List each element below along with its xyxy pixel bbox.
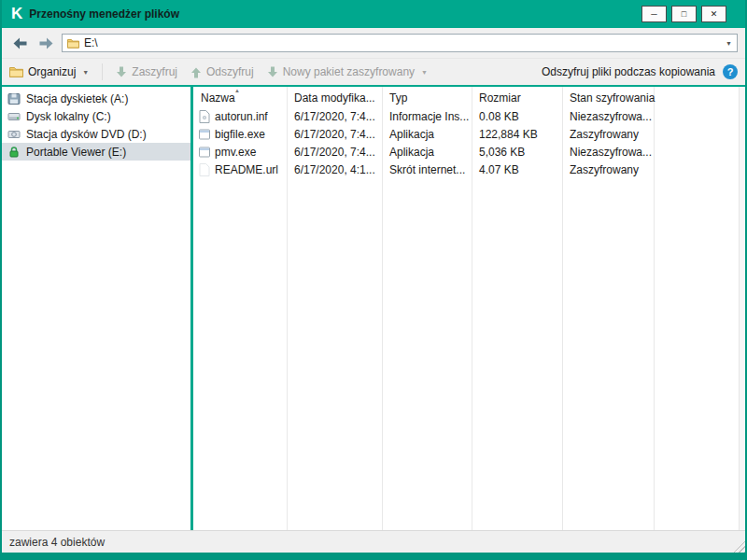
decrypt-on-copy-option[interactable]: Odszyfruj pliki podczas kopiowania <box>542 65 715 78</box>
file-type: Skrót internet... <box>382 161 472 178</box>
toolbar: Organizuj ▼ Zaszyfruj Odszyfruj Nowy pak… <box>2 58 745 85</box>
file-row[interactable]: bigfile.exe 6/17/2020, 7:4... Aplikacja … <box>193 125 739 143</box>
sort-ascending-icon: ▲ <box>234 88 240 93</box>
file-type: Aplikacja <box>382 125 472 143</box>
decrypt-label: Odszyfruj <box>206 65 254 78</box>
back-arrow-icon <box>13 37 27 49</box>
decrypt-button[interactable]: Odszyfruj <box>190 65 254 78</box>
forward-arrow-icon <box>39 37 53 49</box>
column-header-name[interactable]: ▲ Nazwa <box>193 87 287 107</box>
address-bar[interactable]: ▼ <box>62 34 738 52</box>
file-size: 5,036 KB <box>472 143 562 161</box>
address-input[interactable] <box>84 36 721 49</box>
organize-label: Organizuj <box>28 65 76 78</box>
sidebar-item-portable-viewer-e[interactable]: Portable Viewer (E:) <box>2 143 190 161</box>
chevron-down-icon: ▼ <box>421 69 428 76</box>
encrypt-label: Zaszyfruj <box>132 65 177 78</box>
file-name: autorun.inf <box>215 110 268 123</box>
file-row[interactable]: pmv.exe 6/17/2020, 7:4... Aplikacja 5,03… <box>193 143 739 161</box>
file-modified: 6/17/2020, 7:4... <box>287 143 382 161</box>
window-controls: ─ □ ✕ <box>641 6 726 22</box>
floppy-drive-icon <box>7 92 21 105</box>
forward-button[interactable] <box>35 34 56 52</box>
file-row[interactable]: README.url 6/17/2020, 4:1... Skrót inter… <box>193 161 739 178</box>
help-icon[interactable]: ? <box>723 64 738 79</box>
organize-button[interactable]: Organizuj ▼ <box>9 65 89 78</box>
application-file-icon <box>199 128 210 141</box>
sidebar-item-label: Stacja dysków DVD (D:) <box>26 128 147 141</box>
drive-sidebar: Stacja dyskietek (A:) Dysk lokalny (C:) … <box>2 87 190 530</box>
column-divider[interactable] <box>654 87 655 530</box>
package-down-arrow-icon <box>267 66 278 78</box>
file-modified: 6/17/2020, 7:4... <box>287 125 382 143</box>
file-list-header: ▲ Nazwa Data modyfika... Typ Rozmiar Sta… <box>193 87 739 107</box>
decrypt-up-arrow-icon <box>190 66 202 78</box>
toolbar-right: Odszyfruj pliki podczas kopiowania ? <box>542 64 738 79</box>
column-header-size[interactable]: Rozmiar <box>472 87 562 107</box>
status-text: zawiera 4 obiektów <box>9 536 105 549</box>
dvd-drive-icon <box>7 128 21 141</box>
column-header-modified[interactable]: Data modyfika... <box>287 87 382 107</box>
hard-drive-icon <box>7 110 21 123</box>
file-status: Zaszyfrowany <box>562 125 654 143</box>
sidebar-item-floppy-a[interactable]: Stacja dyskietek (A:) <box>2 90 190 107</box>
scrollbar-track[interactable] <box>739 87 745 530</box>
file-status: Niezaszyfrowa... <box>562 107 654 125</box>
file-list: ▲ Nazwa Data modyfika... Typ Rozmiar Sta… <box>193 87 739 530</box>
column-divider[interactable] <box>562 87 563 530</box>
window-title: Przenośny menedżer plików <box>29 7 641 21</box>
encrypt-button[interactable]: Zaszyfruj <box>116 65 177 78</box>
new-encrypted-package-button[interactable]: Nowy pakiet zaszyfrowany ▼ <box>267 65 428 78</box>
file-name: README.url <box>215 163 278 176</box>
app-window: K Przenośny menedżer plików ─ □ ✕ ▼ <box>0 0 747 560</box>
encrypted-drive-lock-icon <box>7 146 21 159</box>
kaspersky-logo-icon: K <box>11 5 21 23</box>
file-name: pmv.exe <box>215 146 256 159</box>
url-file-icon <box>199 163 210 176</box>
sidebar-item-label: Portable Viewer (E:) <box>26 146 126 159</box>
application-file-icon <box>199 146 210 159</box>
sidebar-item-label: Stacja dyskietek (A:) <box>26 92 128 105</box>
status-bar: zawiera 4 obiektów <box>2 530 745 553</box>
maximize-button[interactable]: □ <box>671 6 697 22</box>
title-bar: K Przenośny menedżer plików ─ □ ✕ <box>2 0 745 28</box>
file-status: Niezaszyfrowa... <box>562 143 654 161</box>
minimize-button[interactable]: ─ <box>641 6 667 22</box>
new-package-label: Nowy pakiet zaszyfrowany <box>283 65 415 78</box>
column-divider[interactable] <box>382 87 383 530</box>
navigation-bar: ▼ <box>2 28 745 58</box>
file-status: Zaszyfrowany <box>562 161 654 178</box>
toolbar-divider <box>102 63 103 80</box>
file-modified: 6/17/2020, 7:4... <box>287 107 382 125</box>
file-type: Informacje Ins... <box>382 107 472 125</box>
system-file-icon <box>199 110 210 123</box>
column-divider[interactable] <box>287 87 288 530</box>
sidebar-item-local-disk-c[interactable]: Dysk lokalny (C:) <box>2 107 190 125</box>
column-header-spacer <box>654 87 739 107</box>
content-area: Stacja dyskietek (A:) Dysk lokalny (C:) … <box>2 85 745 530</box>
file-size: 4.07 KB <box>472 161 562 178</box>
back-button[interactable] <box>9 34 30 52</box>
file-size: 122,884 KB <box>472 125 562 143</box>
encrypt-down-arrow-icon <box>116 66 127 78</box>
file-type: Aplikacja <box>382 143 472 161</box>
sidebar-item-dvd-d[interactable]: Stacja dysków DVD (D:) <box>2 125 190 143</box>
resize-grip[interactable] <box>733 540 745 553</box>
file-row[interactable]: autorun.inf 6/17/2020, 7:4... Informacje… <box>193 107 739 125</box>
chevron-down-icon: ▼ <box>82 69 89 76</box>
file-size: 0.08 KB <box>472 107 562 125</box>
sidebar-item-label: Dysk lokalny (C:) <box>26 110 111 123</box>
file-name: bigfile.exe <box>215 128 265 141</box>
close-button[interactable]: ✕ <box>701 6 726 22</box>
folder-icon <box>67 38 79 49</box>
column-header-status[interactable]: Stan szyfrowania <box>562 87 654 107</box>
folder-icon <box>9 66 23 77</box>
column-divider[interactable] <box>472 87 472 530</box>
file-modified: 6/17/2020, 4:1... <box>287 161 382 178</box>
address-dropdown-icon[interactable]: ▼ <box>726 40 732 47</box>
column-header-type[interactable]: Typ <box>382 87 472 107</box>
